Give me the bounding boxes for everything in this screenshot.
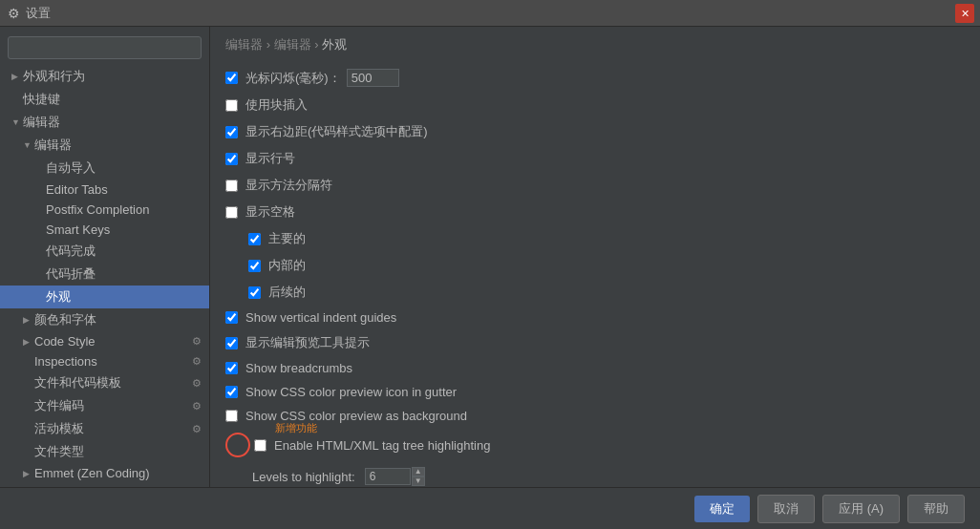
item-label: 活动模板	[34, 420, 188, 437]
sidebar-item-auto-import[interactable]: 自动导入	[0, 157, 209, 180]
item-label: Emmet (Zen Coding)	[34, 466, 150, 480]
item-label: 代码折叠	[46, 265, 96, 283]
arrow-right-icon: ▶	[23, 315, 34, 325]
label-show-whitespace: 显示空格	[245, 203, 295, 221]
sidebar-item-code-style[interactable]: ▶Code Style⚙	[0, 331, 209, 351]
sidebar-item-smart-keys[interactable]: Smart Keys	[0, 220, 209, 240]
levels-down-btn[interactable]: ▼	[412, 476, 425, 486]
item-label: 文件和代码模板	[34, 374, 188, 391]
option-row-show-css-color-bg: Show CSS color preview as background	[225, 407, 965, 425]
item-label: Images	[34, 486, 75, 487]
sidebar-item-editor-sub[interactable]: ▼编辑器	[0, 134, 209, 157]
arrow-down-icon: ▼	[11, 117, 23, 127]
help-button[interactable]: 帮助	[907, 495, 965, 523]
option-row-show-right-margin: 显示右边距(代码样式选项中配置)	[225, 121, 965, 142]
item-label: 编辑器	[34, 137, 72, 154]
label-cursor-blink: 光标闪烁(毫秒)：	[245, 70, 341, 87]
label-show-css-color-icon: Show CSS color preview icon in gutter	[245, 385, 457, 399]
bottom-bar: 确定 取消 应用 (A) 帮助	[0, 487, 980, 529]
option-row-show-css-color-icon: Show CSS color preview icon in gutter	[225, 383, 965, 401]
checkbox-use-block-insert[interactable]	[225, 99, 238, 112]
checkbox-show-css-color-bg[interactable]	[225, 410, 238, 422]
label-use-block-insert: 使用块插入	[245, 96, 308, 114]
label-show-method-separator: 显示方法分隔符	[245, 177, 332, 194]
option-row-cursor-blink: 光标闪烁(毫秒)：	[225, 67, 965, 89]
arrow-right-icon: ▶	[11, 72, 23, 81]
sidebar-item-code-completion[interactable]: 代码完成	[0, 240, 209, 263]
arrow-right-icon: ▶	[23, 337, 34, 347]
item-label: Inspections	[34, 354, 188, 369]
sidebar-item-code-folding[interactable]: 代码折叠	[0, 263, 209, 286]
options-container: 光标闪烁(毫秒)：使用块插入显示右边距(代码样式选项中配置)显示行号显示方法分隔…	[225, 67, 965, 459]
checkbox-whitespace-inner[interactable]	[248, 260, 261, 272]
item-label: 文件编码	[34, 397, 188, 414]
checkbox-show-right-margin[interactable]	[225, 126, 238, 138]
label-whitespace-leading: 主要的	[268, 230, 306, 247]
confirm-button[interactable]: 确定	[694, 496, 750, 522]
label-show-line-numbers: 显示行号	[245, 150, 295, 167]
option-row-use-block-insert: 使用块插入	[225, 95, 965, 116]
search-input[interactable]	[8, 36, 202, 59]
item-label: 外观	[46, 288, 71, 306]
title-bar-text: 设置	[26, 5, 51, 22]
item-label: 快捷键	[23, 91, 60, 108]
levels-input[interactable]: 6	[365, 468, 411, 485]
option-row-whitespace-leading: 主要的	[225, 228, 965, 249]
settings-icon: ⚙	[192, 423, 202, 435]
content-area: 编辑器 › 编辑器 › 外观 光标闪烁(毫秒)：使用块插入显示右边距(代码样式选…	[210, 27, 980, 487]
levels-spinner-buttons: ▲ ▼	[412, 467, 425, 486]
sidebar-item-live-templates[interactable]: 活动模板⚙	[0, 417, 209, 440]
sidebar-item-editor-tabs[interactable]: Editor Tabs	[0, 180, 209, 200]
sidebar-item-file-code-templates[interactable]: 文件和代码模板⚙	[0, 371, 209, 394]
option-row-show-line-numbers: 显示行号	[225, 148, 965, 169]
breadcrumb-current: 外观	[322, 37, 347, 52]
main-container: ▶外观和行为快捷键▼编辑器▼编辑器自动导入Editor TabsPostfix …	[0, 27, 980, 487]
breadcrumb-part1: 编辑器	[225, 37, 263, 52]
input-cursor-blink[interactable]	[347, 69, 399, 87]
sidebar-item-appearance[interactable]: 外观	[0, 286, 209, 308]
checkbox-cursor-blink[interactable]	[225, 72, 238, 84]
highlight-circle-icon	[225, 433, 250, 457]
checkbox-show-whitespace[interactable]	[225, 206, 238, 219]
sidebar-item-postfix-completion[interactable]: Postfix Completion	[0, 200, 209, 220]
cancel-button[interactable]: 取消	[757, 495, 815, 523]
sidebar-item-inspections[interactable]: Inspections⚙	[0, 351, 209, 371]
sidebar-item-colors-fonts[interactable]: ▶颜色和字体	[0, 308, 209, 331]
checkbox-show-editor-tooltip[interactable]	[225, 337, 238, 349]
checkbox-show-line-numbers[interactable]	[225, 153, 238, 165]
checkbox-show-indent-guides[interactable]	[225, 311, 238, 324]
sidebar-item-file-types[interactable]: 文件类型	[0, 440, 209, 463]
label-show-breadcrumbs: Show breadcrumbs	[245, 361, 352, 375]
apply-button[interactable]: 应用 (A)	[822, 495, 900, 523]
new-feature-label: 新增功能	[275, 421, 317, 435]
breadcrumb: 编辑器 › 编辑器 › 外观	[225, 36, 965, 53]
breadcrumb-sep2: ›	[314, 37, 322, 52]
option-row-show-editor-tooltip: 显示编辑预览工具提示	[225, 332, 965, 353]
option-row-show-breadcrumbs: Show breadcrumbs	[225, 359, 965, 377]
settings-icon: ⚙	[192, 355, 202, 368]
sidebar-item-shortcuts[interactable]: 快捷键	[0, 88, 209, 111]
label-enable-html-highlight: Enable HTML/XML tag tree highlighting	[274, 438, 490, 453]
option-row-show-indent-guides: Show vertical indent guides	[225, 308, 965, 327]
levels-up-btn[interactable]: ▲	[412, 467, 425, 476]
option-row-enable-html-highlight: 新增功能Enable HTML/XML tag tree highlightin…	[225, 431, 965, 459]
item-label: 外观和行为	[23, 68, 85, 85]
sidebar-item-editor-group[interactable]: ▼编辑器	[0, 111, 209, 134]
checkbox-enable-html-highlight[interactable]	[254, 439, 266, 452]
sidebar-item-emmet[interactable]: ▶Emmet (Zen Coding)	[0, 463, 209, 483]
checkbox-whitespace-trailing[interactable]	[248, 286, 261, 299]
sidebar-item-appearance-behavior[interactable]: ▶外观和行为	[0, 65, 209, 88]
item-label: Editor Tabs	[46, 182, 108, 197]
sidebar-item-file-editor[interactable]: 文件编码⚙	[0, 394, 209, 417]
close-button[interactable]: ✕	[955, 4, 974, 23]
levels-row: Levels to highlight: 6 ▲ ▼	[225, 465, 965, 487]
title-bar: ⚙ 设置 ✕	[0, 0, 980, 27]
item-label: 自动导入	[46, 159, 96, 177]
sidebar-item-images[interactable]: Images	[0, 483, 209, 487]
checkbox-show-method-separator[interactable]	[225, 180, 238, 192]
checkbox-whitespace-leading[interactable]	[248, 233, 261, 245]
checkbox-show-breadcrumbs[interactable]	[225, 362, 238, 374]
checkbox-show-css-color-icon[interactable]	[225, 386, 238, 398]
option-row-whitespace-trailing: 后续的	[225, 282, 965, 303]
settings-icon: ⚙	[192, 400, 202, 413]
